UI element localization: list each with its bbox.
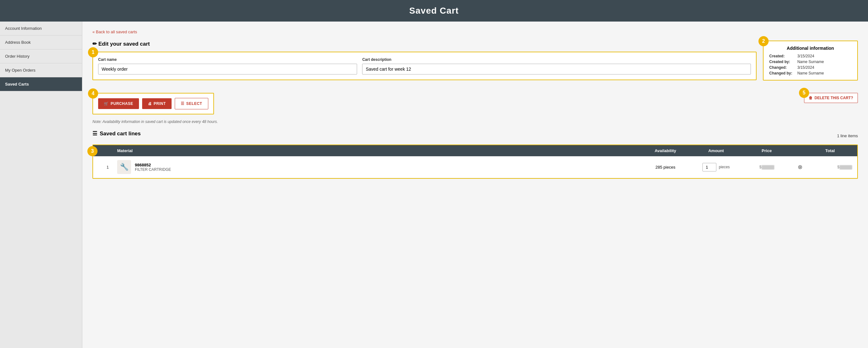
top-row: ✏ Edit your saved cart 1 Cart name Cart … [92,40,858,87]
remove-cell: ⊗ [792,164,808,171]
print-icon: 🖨 [148,102,152,106]
page-header: Saved Cart [0,0,868,22]
availability-note: Note: Availability information in saved … [92,119,858,124]
col-availability: Availability [640,148,691,153]
sidebar-item-saved-carts[interactable]: Saved Carts [0,77,82,91]
step-badge-3: 3 [87,146,97,156]
cart-desc-input[interactable] [362,64,751,75]
product-image: 🔧 [117,160,131,174]
row-number: 1 [98,165,117,170]
additional-info-box: 2 Additional information Created: 3/15/2… [763,40,858,81]
price-value [762,165,774,170]
availability-cell: 285 pieces [640,165,691,170]
price-cell: $ [741,165,792,170]
changed-by-value: Name Surname [798,71,851,76]
amount-cell: pieces [691,163,741,171]
step-badge-2: 2 [758,36,769,46]
col-amount: Amount [691,148,741,153]
material-number: 9868852 [135,163,171,167]
cart-desc-group: Cart description [362,57,751,75]
lines-icon: ☰ [92,130,97,137]
edit-cart-section: ✏ Edit your saved cart 1 Cart name Cart … [92,40,756,87]
total-value [839,165,852,170]
line-items-count: 1 line items [837,134,858,138]
sidebar-item-order-history[interactable]: Order History [0,50,82,63]
back-link-text: « Back to all saved carts [92,29,137,34]
step-badge-1: 1 [88,47,98,57]
quantity-input[interactable] [703,163,716,171]
created-by-label: Created by: [769,60,792,64]
cart-lines-section: 3 ☰ Saved cart lines 1 line items Materi… [92,130,858,179]
step-badge-5: 5 [799,88,809,98]
delete-cart-button[interactable]: 🗑 DELETE THIS CART? [804,93,858,103]
col-material: Material [117,148,640,153]
info-table: Created: 3/15/2024 Created by: Name Surn… [769,54,851,76]
total-currency: $ [837,165,839,169]
purchase-icon: 🛒 [104,102,109,106]
created-by-value: Name Surname [798,60,851,64]
table-row: 1 🔧 9868852 FILTER CARTRIDGE 285 pieces … [93,156,857,178]
changed-value: 3/15/2024 [798,65,851,70]
created-value: 3/15/2024 [798,54,851,58]
sidebar: Account Information Address Book Order H… [0,22,82,348]
col-num [98,148,117,153]
unit-label: pieces [719,165,730,169]
cart-lines-title: ☰ Saved cart lines [92,130,141,137]
cart-desc-label: Cart description [362,57,751,62]
remove-item-button[interactable]: ⊗ [798,164,803,171]
created-label: Created: [769,54,792,58]
cart-name-input[interactable] [98,64,357,75]
back-link[interactable]: « Back to all saved carts [92,29,137,34]
page-title: Saved Cart [409,6,459,16]
col-total: Total [808,148,852,153]
cart-name-label: Cart name [98,57,357,62]
main-content: « Back to all saved carts ✏ Edit your sa… [82,22,868,348]
main-layout: Account Information Address Book Order H… [0,22,868,348]
cart-lines-box: Material Availability Amount Price Total… [92,145,858,179]
edit-section-title: ✏ Edit your saved cart [92,40,756,47]
step-badge-4: 4 [88,88,98,98]
select-icon: ☰ [181,102,185,106]
print-button[interactable]: 🖨 PRINT [142,98,172,109]
edit-cart-box: 1 Cart name Cart description [92,52,756,80]
cart-lines-header: ☰ Saved cart lines 1 line items [92,130,858,141]
sidebar-item-account-information[interactable]: Account Information [0,22,82,35]
trash-icon: 🗑 [809,96,813,100]
material-name: FILTER CARTRIDGE [135,167,171,172]
col-remove [792,148,808,153]
cart-name-group: Cart name [98,57,357,75]
currency-symbol: $ [759,165,761,169]
changed-label: Changed: [769,65,792,70]
purchase-button[interactable]: 🛒 PURCHASE [98,98,139,109]
material-cell: 🔧 9868852 FILTER CARTRIDGE [117,160,640,174]
sidebar-item-address-book[interactable]: Address Book [0,35,82,50]
material-info: 9868852 FILTER CARTRIDGE [135,163,171,172]
select-button[interactable]: ☰ SELECT [175,98,208,109]
sidebar-item-my-open-orders[interactable]: My Open Orders [0,63,82,77]
action-buttons-box: 4 🛒 PURCHASE 🖨 PRINT ☰ SELECT [92,93,214,114]
col-price: Price [741,148,792,153]
total-cell: $ [808,165,852,170]
changed-by-label: Changed by: [769,71,792,76]
table-header: Material Availability Amount Price Total [93,145,857,156]
additional-info-title: Additional information [769,46,851,51]
